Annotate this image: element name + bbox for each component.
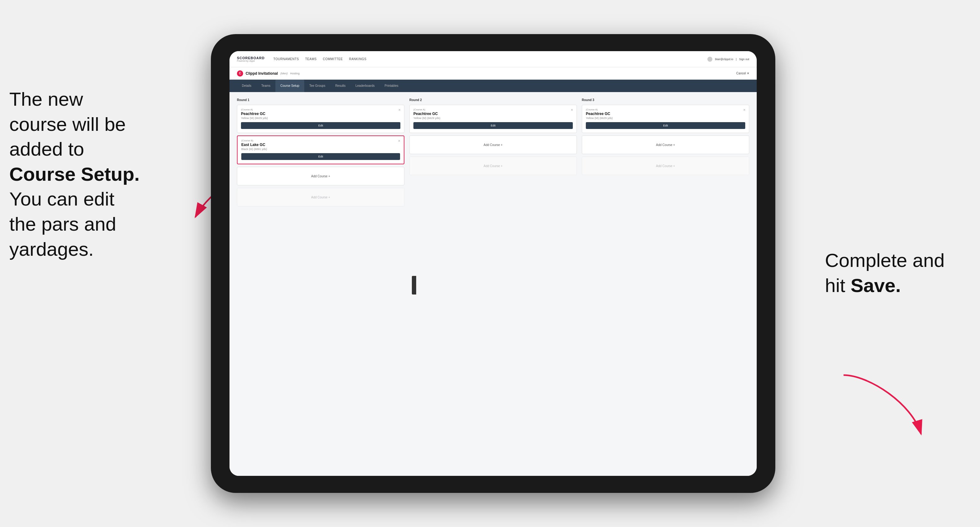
round2-course-a-details: Yellow (M) (6629 yds) [414,117,573,120]
round1-course-a-edit-button[interactable]: Edit [241,122,400,129]
round1-course-a-card: ✕ (Course A) Peachtree GC Yellow (M) (66… [237,105,404,133]
nav-link-tournaments[interactable]: TOURNAMENTS [273,56,299,62]
round3-course-a-edit-button[interactable]: Edit [586,122,745,129]
tab-teams[interactable]: Teams [256,80,275,92]
round2-add-course-button[interactable]: Add Course + [409,135,577,154]
round1-course-a-delete[interactable]: ✕ [397,108,402,112]
tournament-bar: C Clippd Invitational (Men) Hosting Canc… [229,67,757,80]
round1-course-b-details: Black (M) (6891 yds) [241,148,400,151]
nav-link-rankings[interactable]: RANKINGS [349,56,366,62]
round3-add-course-label: Add Course + [656,143,675,147]
tablet-screen: SCOREBOARD Powered by clippd TOURNAMENTS… [229,51,757,476]
round2-course-a-name: Peachtree GC [414,112,573,116]
round1-add-course-extra: Add Course + [237,188,404,206]
round2-add-course-label: Add Course + [484,143,503,147]
round-1-label: Round 1 [237,98,404,102]
cancel-button[interactable]: Cancel ✕ [736,71,749,75]
main-content: Round 1 ✕ (Course A) Peachtree GC Yellow… [229,92,757,476]
round2-add-course-extra: Add Course + [409,157,577,175]
tab-leaderboards[interactable]: Leaderboards [350,80,380,92]
logo-sub: Powered by clippd [237,60,264,62]
tab-printables[interactable]: Printables [380,80,403,92]
round-1-column: Round 1 ✕ (Course A) Peachtree GC Yellow… [237,98,404,209]
round1-course-b-edit-button[interactable]: Edit [241,153,400,160]
round1-add-course-label: Add Course + [311,175,330,178]
clippd-logo: C [237,70,243,76]
tablet-device: SCOREBOARD Powered by clippd TOURNAMENTS… [211,34,775,493]
arrow-right [837,372,931,440]
tournament-gender: (Men) [280,72,288,75]
tab-results[interactable]: Results [330,80,350,92]
round3-add-course-extra: Add Course + [582,157,749,175]
tab-details[interactable]: Details [237,80,256,92]
left-annotation: The new course will be added to Course S… [9,87,189,262]
right-annotation: Complete and hit Save. [825,248,961,298]
logo-text: SCOREBOARD [237,56,264,60]
round-3-label: Round 3 [582,98,749,102]
nav-link-teams[interactable]: TEAMS [305,56,317,62]
tournament-title: C Clippd Invitational (Men) Hosting [237,70,299,76]
nav-links: TOURNAMENTS TEAMS COMMITTEE RANKINGS [273,56,366,62]
round1-course-b-card: ✕ (Course B) East Lake GC Black (M) (689… [237,135,404,164]
round3-course-a-tag: (Course A) [586,108,745,111]
round-2-label: Round 2 [409,98,577,102]
tablet-side-button [412,276,416,295]
top-nav: SCOREBOARD Powered by clippd TOURNAMENTS… [229,51,757,67]
round3-course-a-name: Peachtree GC [586,112,745,116]
rounds-grid: Round 1 ✕ (Course A) Peachtree GC Yellow… [237,98,749,209]
round3-course-a-card: ✕ (Course A) Peachtree GC Yellow (M) (66… [582,105,749,133]
tab-course-setup[interactable]: Course Setup [275,80,304,92]
round2-course-a-delete[interactable]: ✕ [570,108,574,112]
nav-separator: | [736,58,737,61]
round2-course-a-edit-button[interactable]: Edit [414,122,573,129]
round2-add-course-extra-label: Add Course + [484,164,503,168]
tab-bar: Details Teams Course Setup Tee Groups Re… [229,80,757,92]
nav-left: SCOREBOARD Powered by clippd TOURNAMENTS… [237,56,367,62]
round3-course-a-delete[interactable]: ✕ [742,108,746,112]
round-3-column: Round 3 ✕ (Course A) Peachtree GC Yellow… [582,98,749,209]
round1-course-b-delete[interactable]: ✕ [397,138,401,143]
nav-right: blair@clippd.io | Sign out [707,57,749,62]
round1-course-b-name: East Lake GC [241,143,400,147]
round-2-column: Round 2 ✕ (Course A) Peachtree GC Yellow… [409,98,577,209]
round1-course-a-tag: (Course A) [241,108,400,111]
user-avatar [707,57,712,62]
scoreboard-logo: SCOREBOARD Powered by clippd [237,56,264,62]
tournament-status: Hosting [290,72,300,75]
round3-add-course-button[interactable]: Add Course + [582,135,749,154]
user-email: blair@clippd.io [715,58,733,61]
round1-course-b-tag: (Course B) [241,139,400,142]
sign-out-link[interactable]: Sign out [739,58,749,61]
round1-course-a-name: Peachtree GC [241,112,400,116]
nav-link-committee[interactable]: COMMITTEE [323,56,343,62]
round3-add-course-extra-label: Add Course + [656,164,675,168]
round3-course-a-details: Yellow (M) (6629 yds) [586,117,745,120]
round1-course-a-details: Yellow (M) (6629 yds) [241,117,400,120]
round1-add-course-extra-label: Add Course + [311,195,330,199]
round2-course-a-tag: (Course A) [414,108,573,111]
round1-add-course-button[interactable]: Add Course + [237,167,404,186]
tab-tee-groups[interactable]: Tee Groups [304,80,330,92]
tournament-name: Clippd Invitational [246,71,278,76]
round2-course-a-card: ✕ (Course A) Peachtree GC Yellow (M) (66… [409,105,577,133]
